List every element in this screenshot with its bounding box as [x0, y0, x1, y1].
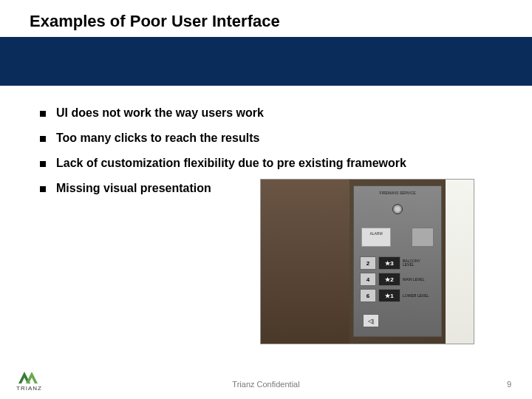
row-label: MAIN LEVEL: [403, 278, 431, 282]
bullet-text: Too many clicks to reach the results: [56, 132, 259, 145]
logo-text: TRIANZ: [16, 385, 42, 392]
button-cluster: 2 ★3 BALCONY LEVEL 4 ★2 MAIN LEVEL 6 ★1 …: [360, 256, 435, 305]
slide-title: Examples of Poor User Interface: [0, 0, 532, 37]
logo-icon: [18, 372, 39, 383]
floor-button: 2: [360, 256, 376, 270]
image-wall-right: [446, 180, 474, 344]
floor-button-dark: ★1: [378, 289, 400, 302]
button-row: 6 ★1 LOWER LEVEL: [360, 289, 435, 302]
example-image: FIREMANS SERVICE ALARM 2 ★3 BALCONY LEVE…: [260, 179, 474, 344]
square-bullet-icon: [40, 111, 46, 117]
square-bullet-icon: [40, 161, 46, 167]
row-label: LOWER LEVEL: [403, 294, 431, 298]
alarm-label: ALARM: [361, 228, 391, 247]
key-switch-icon: [392, 204, 403, 214]
floor-button: 6: [360, 289, 376, 302]
bullet-item: Lack of customization flexibility due to…: [40, 157, 502, 170]
header-band: [0, 37, 532, 86]
square-bullet-icon: [40, 136, 46, 142]
button-row: 2 ★3 BALCONY LEVEL: [360, 256, 435, 270]
footer: TRIANZ Trianz Confidential 9: [0, 362, 532, 399]
elevator-panel: FIREMANS SERVICE ALARM 2 ★3 BALCONY LEVE…: [353, 185, 442, 337]
button-row: 4 ★2 MAIN LEVEL: [360, 273, 435, 286]
square-bullet-icon: [40, 186, 46, 192]
panel-top-label: FIREMANS SERVICE: [379, 191, 415, 195]
door-open-button: ◁|: [363, 314, 379, 327]
bullet-text: UI does not work the way users work: [56, 106, 264, 120]
floor-button: 4: [360, 273, 376, 286]
bullet-text: Missing visual presentation: [56, 182, 211, 195]
bullet-item: Too many clicks to reach the results: [40, 132, 502, 145]
bullet-item: UI does not work the way users work: [40, 106, 502, 120]
bullet-text: Lack of customization flexibility due to…: [56, 157, 406, 170]
floor-button-dark: ★3: [378, 256, 400, 270]
image-wood-left: [261, 180, 349, 344]
panel-speaker: [412, 228, 434, 247]
page-number: 9: [507, 380, 511, 389]
footer-confidential: Trianz Confidential: [232, 380, 299, 389]
floor-button-dark: ★2: [378, 273, 400, 286]
slide: Examples of Poor User Interface UI does …: [0, 0, 532, 399]
svg-marker-1: [26, 372, 38, 383]
logo: TRIANZ: [16, 372, 42, 392]
row-label: BALCONY LEVEL: [403, 259, 431, 267]
